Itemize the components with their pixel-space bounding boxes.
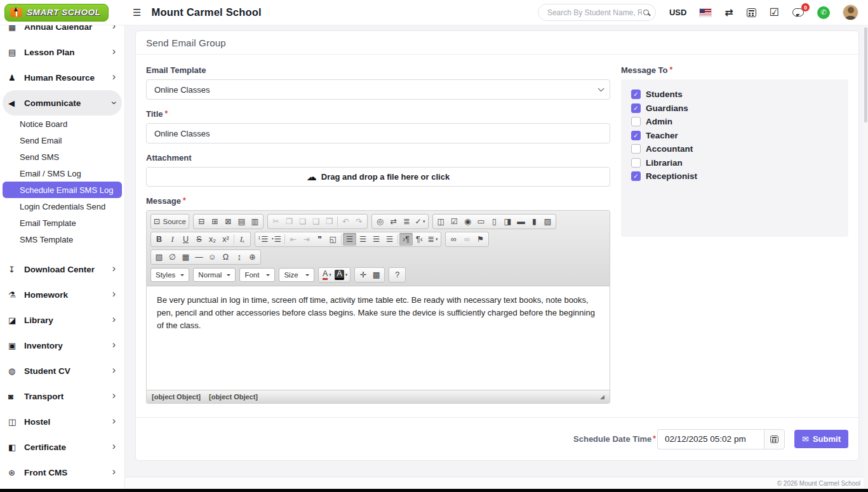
maximize-button[interactable]: ✛	[356, 269, 370, 281]
sidebar-item[interactable]: ◍ Student CV ›	[3, 358, 122, 383]
find-button[interactable]: ◎	[373, 215, 387, 228]
whatsapp-icon[interactable]: ✆	[817, 6, 830, 19]
select-all-button[interactable]: ≣	[400, 215, 413, 228]
special-character-button[interactable]: Ω	[219, 251, 232, 263]
unlink-button[interactable]: ∞	[460, 233, 474, 246]
currency-selector[interactable]: USD	[669, 8, 686, 17]
paste-from-word-button[interactable]: ❒	[323, 215, 336, 228]
element-path-item[interactable]: [object Object]	[152, 393, 201, 401]
background-color-button[interactable]: A	[333, 269, 349, 281]
sidebar-item[interactable]: ⚗ Homework ›	[3, 282, 122, 307]
sidebar-item[interactable]: Schedule Email SMS Log	[3, 182, 122, 198]
message-to-option[interactable]: Admin	[631, 117, 838, 126]
anchor-button[interactable]: ⚑	[474, 233, 487, 246]
text-direction-rtl-button[interactable]: ¶‹	[413, 233, 426, 246]
push-button-button[interactable]: ▬	[514, 215, 528, 228]
checkbox[interactable]	[631, 90, 641, 99]
redo-button[interactable]: ↷	[352, 215, 366, 228]
sidebar-item[interactable]: ▦ Annual Calendar ›	[3, 25, 122, 39]
align-left-button[interactable]: ☰	[343, 233, 356, 246]
bulleted-list-button[interactable]: ☰	[270, 233, 283, 246]
toolbar-button[interactable]	[234, 234, 234, 244]
increase-indent-button[interactable]: ⇥	[300, 233, 313, 246]
sidebar-item[interactable]: ⊛ Front CMS ›	[3, 460, 122, 485]
sidebar-item[interactable]: Send SMS	[3, 149, 122, 165]
search-icon[interactable]	[643, 10, 649, 15]
horizontal-rule-button[interactable]: ―	[192, 251, 206, 263]
calendar-icon[interactable]	[747, 8, 756, 17]
italic-button[interactable]: I	[166, 233, 179, 246]
font-dropdown[interactable]: Font	[239, 268, 275, 282]
sidebar-item[interactable]: SMS Template	[3, 231, 122, 248]
ordered-list-button[interactable]: ☰	[257, 233, 270, 246]
sidebar-item[interactable]: Notice Board	[3, 116, 122, 132]
message-to-option[interactable]: Receptionist	[631, 171, 838, 181]
spell-check-button[interactable]: ✓	[413, 215, 427, 228]
element-path-item[interactable]: [object Object]	[209, 393, 258, 401]
size-dropdown[interactable]: Size	[279, 268, 314, 282]
page-break-button[interactable]: ↨	[232, 251, 246, 263]
language-button[interactable]: ≣	[426, 233, 439, 246]
submit-button[interactable]: ✉ Submit	[794, 430, 848, 448]
sidebar-item[interactable]: ◪ Library ›	[3, 307, 122, 333]
cut-button[interactable]: ✂	[269, 215, 283, 228]
message-to-option[interactable]: Accountant	[631, 144, 838, 154]
sidebar-item[interactable]: Send Email	[3, 132, 122, 149]
sidebar-item[interactable]: Email / SMS Log	[3, 165, 122, 182]
hidden-field-button[interactable]: ▨	[541, 215, 554, 228]
text-field-button[interactable]: ▭	[474, 215, 488, 228]
flash-button[interactable]: ∅	[166, 251, 179, 263]
paste-button[interactable]: ❏	[296, 215, 309, 228]
checkbox[interactable]	[631, 144, 641, 154]
replace-button[interactable]: ⇄	[387, 215, 400, 228]
superscript-button[interactable]: x²	[219, 233, 232, 246]
brand-logo[interactable]: SMART SCHOOL	[0, 4, 125, 22]
radio-button[interactable]: ◉	[461, 215, 474, 228]
source-button[interactable]: ⊡Source	[152, 215, 187, 228]
scrollbar-thumb[interactable]	[864, 27, 867, 123]
search-input[interactable]	[546, 8, 643, 18]
sidebar-item[interactable]: ▤ Lesson Plan ›	[3, 39, 122, 65]
resize-handle-icon[interactable]: ◢	[600, 394, 604, 400]
sidebar-item[interactable]: ◙ Transport ›	[3, 383, 122, 409]
blockquote-button[interactable]: ❞	[313, 233, 326, 246]
attachment-dropzone[interactable]: ☁↑ Drag and drop a file here or click	[146, 167, 610, 187]
hamburger-menu-icon[interactable]: ☰	[133, 7, 141, 18]
sidebar-item[interactable]: Login Credentials Send	[3, 198, 122, 215]
decrease-indent-button[interactable]: ⇤	[286, 233, 300, 246]
templates-button[interactable]: ▥	[248, 215, 262, 228]
underline-button[interactable]: U	[179, 233, 192, 246]
form-button[interactable]: ◫	[434, 215, 448, 228]
sidebar-item[interactable]: ◧ Certificate ›	[3, 434, 122, 460]
checkbox[interactable]	[631, 171, 641, 181]
select-field-button[interactable]: ◨	[501, 215, 514, 228]
messages-button[interactable]: 0	[792, 8, 804, 17]
remove-format-button[interactable]: Iₓ	[236, 233, 249, 246]
align-right-button[interactable]: ☰	[370, 233, 383, 246]
iframe-button[interactable]: ⊕	[246, 251, 259, 263]
sidebar-item[interactable]: ↧ Download Center ›	[3, 256, 122, 282]
message-to-option[interactable]: Librarian	[631, 158, 838, 168]
bold-button[interactable]: B	[152, 233, 166, 246]
message-to-option[interactable]: Guardians	[631, 103, 838, 113]
image-button-button[interactable]: ▮	[528, 215, 541, 228]
checkbox[interactable]	[631, 103, 641, 113]
strikethrough-button[interactable]: S	[192, 233, 206, 246]
text-direction-ltr-button[interactable]: ›¶	[399, 233, 413, 246]
sidebar-item[interactable]: ◀ Communicate ›	[3, 90, 122, 116]
align-justify-button[interactable]: ☰	[383, 233, 396, 246]
schedule-datetime-input[interactable]	[657, 429, 764, 449]
checkbox-button[interactable]: ☑	[448, 215, 461, 228]
text-color-button[interactable]: A	[320, 269, 333, 281]
undo-button[interactable]: ↶	[339, 215, 352, 228]
switch-icon[interactable]: ⇄	[724, 6, 733, 18]
calendar-picker-button[interactable]	[764, 429, 785, 449]
checkbox[interactable]	[631, 117, 641, 126]
save-button[interactable]: ⊟	[195, 215, 208, 228]
toolbar-button[interactable]	[397, 234, 398, 244]
toolbar-button[interactable]	[284, 234, 285, 244]
message-to-option[interactable]: Students	[631, 90, 838, 99]
div-container-button[interactable]: ◱	[326, 233, 340, 246]
todo-icon[interactable]: ☑	[770, 7, 779, 18]
new-page-button[interactable]: ⊞	[208, 215, 222, 228]
